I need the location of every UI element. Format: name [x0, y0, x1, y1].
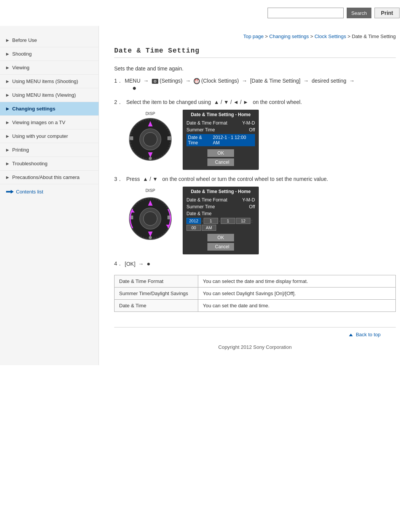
- page-title: Date & Time Setting: [114, 47, 396, 58]
- svg-text:DISP: DISP: [145, 188, 155, 193]
- sidebar-item-printing[interactable]: ▶ Printing: [0, 143, 99, 157]
- dt-format-value-2: Y-M-D: [242, 197, 255, 203]
- svg-point-8: [149, 157, 152, 160]
- dt-ok-button-2[interactable]: OK: [207, 234, 234, 241]
- dt-ampm-input[interactable]: AM: [202, 225, 216, 231]
- table-cell-term-1: Date & Time Format: [115, 275, 198, 288]
- dt-format-value: Y-M-D: [242, 120, 255, 126]
- breadcrumb-current: Date & Time Setting: [352, 34, 396, 39]
- sidebar-item-label: Troubleshooting: [12, 161, 48, 166]
- sidebar-item-precautions[interactable]: ▶ Precautions/About this camera: [0, 171, 99, 184]
- sidebar-item-label: Using with your computer: [12, 133, 68, 139]
- step-3-label: 3． Press ▲ / ▼ on the control wheel or t…: [114, 176, 396, 183]
- sep3: :: [251, 219, 252, 223]
- dt-panel-2-buttons: OK Cancel: [186, 234, 255, 251]
- sep2: ·: [219, 219, 220, 223]
- arrow-icon: ▶: [6, 52, 9, 56]
- footer-copyright: Copyright 2012 Sony Corporation: [114, 341, 396, 358]
- breadcrumb-changing[interactable]: Changing settings: [269, 34, 309, 39]
- dt-summer-label-2: Summer Time: [186, 204, 215, 209]
- dt-month-input[interactable]: 1: [204, 218, 218, 224]
- sidebar-item-before-use[interactable]: ▶ Before Use: [0, 34, 99, 47]
- breadcrumb-top[interactable]: Top page: [243, 34, 264, 39]
- step-4-text: [OK] → ●: [125, 260, 150, 267]
- back-to-top-link[interactable]: Back to top: [349, 332, 381, 337]
- info-table: Date & Time Format You can select the da…: [114, 275, 396, 312]
- breadcrumb-clock[interactable]: Clock Settings: [314, 34, 346, 39]
- sidebar-item-label: Printing: [12, 147, 29, 153]
- dt-row-format-2: Date & Time Format Y-M-D: [186, 197, 255, 203]
- main-container: ▶ Before Use ▶ Shooting ▶ Viewing ▶ Usin…: [0, 26, 411, 365]
- dt-summer-value-2: Off: [249, 204, 255, 209]
- table-cell-term-2: Summer Time/Daylight Savings: [115, 288, 198, 300]
- arrow-icon: ▶: [6, 93, 9, 97]
- dt-cancel-button-1[interactable]: Cancel: [207, 158, 234, 166]
- sidebar-item-viewing[interactable]: ▶ Viewing: [0, 61, 99, 75]
- dt-ok-button-1[interactable]: OK: [207, 149, 234, 157]
- dt-datetime-value: 2012-1 · 1 12:00 AM: [213, 135, 253, 145]
- dt-cancel-button-2[interactable]: Cancel: [207, 243, 234, 251]
- sep1: ·: [202, 219, 203, 223]
- content-area: Top page > Changing settings > Clock Set…: [99, 26, 411, 365]
- sidebar-item-troubleshooting[interactable]: ▶ Troubleshooting: [0, 157, 99, 171]
- dt-summer-label: Summer Time: [186, 127, 215, 133]
- dt-format-label: Date & Time Format: [186, 120, 227, 126]
- arrow-icon: ▶: [6, 79, 9, 83]
- arrow-icon: ▶: [6, 134, 9, 138]
- contents-list-label: Contents list: [16, 189, 43, 195]
- sidebar-item-menu-shooting[interactable]: ▶ Using MENU items (Shooting): [0, 75, 99, 88]
- search-button[interactable]: Search: [347, 8, 371, 18]
- table-cell-desc-2: You can select Daylight Savings [On]/[Of…: [198, 288, 396, 300]
- step-2-num: 2．: [114, 99, 123, 105]
- step-3-num: 3．: [114, 176, 123, 182]
- sidebar: ▶ Before Use ▶ Shooting ▶ Viewing ▶ Usin…: [0, 26, 99, 365]
- sidebar-item-viewing-tv[interactable]: ▶ Viewing images on a TV: [0, 116, 99, 129]
- dt-row-format: Date & Time Format Y-M-D: [186, 120, 255, 126]
- table-cell-term-3: Date & Time: [115, 300, 198, 312]
- contents-list-link[interactable]: Contents list: [0, 184, 99, 199]
- dt-row-datetime-highlighted: Date & Time 2012-1 · 1 12:00 AM: [186, 134, 255, 146]
- header: Cyber-shot User Guide Search Print: [0, 0, 411, 26]
- clock-icon: ⏰: [194, 78, 200, 84]
- sidebar-item-label: Viewing images on a TV: [12, 120, 65, 125]
- svg-point-3: [143, 133, 157, 146]
- sidebar-item-label: Shooting: [12, 51, 32, 57]
- app-title: Cyber-shot User Guide: [11, 8, 133, 18]
- diagram-row-2: DISP: [126, 187, 396, 254]
- table-row: Date & Time Format You can select the da…: [115, 275, 396, 288]
- arrow-icon: ▶: [6, 120, 9, 125]
- arrow-icon: ▶: [6, 107, 9, 111]
- sidebar-item-label: Before Use: [12, 37, 37, 43]
- step-2-text: Select the item to be changed using ▲ / …: [126, 99, 302, 105]
- sidebar-item-label: Using MENU items (Shooting): [12, 78, 78, 84]
- search-input[interactable]: [268, 8, 344, 18]
- table-cell-desc-1: You can select the date and time display…: [198, 275, 396, 288]
- print-button[interactable]: Print: [374, 8, 400, 18]
- breadcrumb-sep: >: [265, 34, 269, 39]
- arrow-icon: ▶: [6, 175, 9, 179]
- dt-day-input[interactable]: 1: [221, 218, 235, 224]
- arrow-icon: ▶: [6, 148, 9, 152]
- dt-panel-1-title: Date & Time Setting - Home: [186, 112, 255, 117]
- sidebar-item-shooting[interactable]: ▶ Shooting: [0, 47, 99, 61]
- dt-input-row: 2012 · 1 · 1 12 : 00 AM: [186, 218, 255, 231]
- bullet-symbol: ●: [132, 84, 137, 92]
- step-3-text: Press ▲ / ▼ on the control wheel or turn…: [126, 176, 328, 182]
- header-controls: Search Print: [268, 8, 400, 18]
- step-1-num: 1．: [114, 78, 123, 85]
- svg-text:DISP: DISP: [145, 111, 155, 116]
- dt-panel-2-title: Date & Time Setting - Home: [186, 189, 255, 194]
- svg-point-13: [143, 212, 157, 225]
- sidebar-item-changing-settings[interactable]: ▶ Changing settings: [0, 102, 99, 116]
- dt-format-label-2: Date & Time Format: [186, 197, 227, 203]
- intro-text: Sets the date and time again.: [114, 66, 396, 72]
- sidebar-item-menu-viewing[interactable]: ▶ Using MENU items (Viewing): [0, 88, 99, 102]
- sidebar-item-label: Viewing: [12, 65, 29, 70]
- step-4-num: 4．: [114, 260, 123, 267]
- settings-icon: ⚙: [152, 79, 158, 84]
- dt-min-input[interactable]: 00: [186, 225, 201, 231]
- dt-hour-input[interactable]: 12: [236, 218, 250, 224]
- dt-year-input[interactable]: 2012: [186, 218, 201, 224]
- dt-label-datetime: Date & Time: [186, 211, 255, 216]
- sidebar-item-computer[interactable]: ▶ Using with your computer: [0, 129, 99, 143]
